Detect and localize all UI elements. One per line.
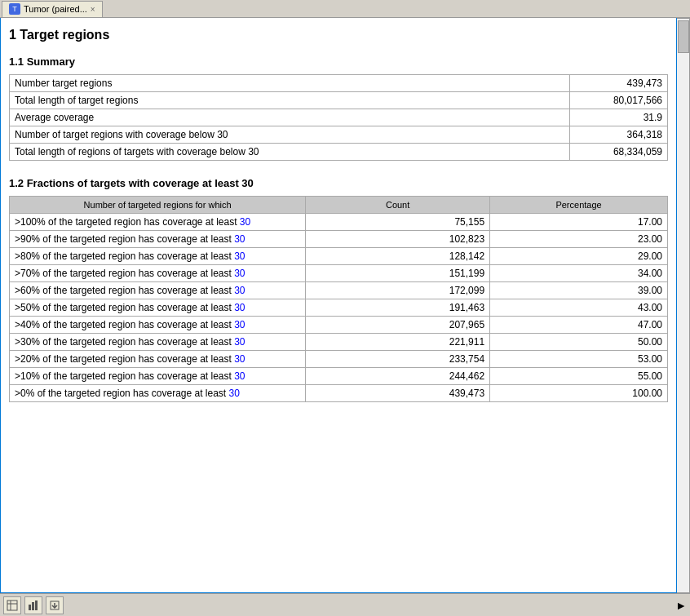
- coverage-link[interactable]: 30: [234, 370, 245, 382]
- tab-icon: T: [9, 3, 20, 15]
- fractions-row: >20% of the targeted region has coverage…: [10, 351, 668, 368]
- bottom-bar: ►: [0, 593, 690, 616]
- coverage-link[interactable]: 30: [234, 250, 245, 262]
- summary-row-value: 439,473: [570, 75, 668, 92]
- fractions-header-1: Count: [306, 197, 490, 214]
- fractions-header-2: Percentage: [490, 197, 668, 214]
- fractions-row-pct: 23.00: [490, 231, 668, 248]
- fractions-row-label: >90% of the targeted region has coverage…: [10, 231, 306, 248]
- coverage-link[interactable]: 30: [234, 268, 245, 279]
- fractions-row-label: >60% of the targeted region has coverage…: [10, 282, 306, 299]
- coverage-link[interactable]: 30: [229, 388, 240, 399]
- coverage-link[interactable]: 30: [240, 216, 250, 228]
- fractions-row: >60% of the targeted region has coverage…: [10, 282, 668, 299]
- fractions-header-0: Number of targeted regions for which: [10, 197, 306, 214]
- chart-icon: [28, 600, 39, 611]
- fractions-row: >70% of the targeted region has coverage…: [10, 265, 668, 282]
- fractions-row: >40% of the targeted region has coverage…: [10, 317, 668, 334]
- tab-tumor[interactable]: T Tumor (paired... ×: [2, 1, 103, 17]
- fractions-row-count: 191,463: [306, 299, 490, 317]
- summary-row-label: Total length of target regions: [10, 92, 570, 109]
- fractions-row-pct: 34.00: [490, 265, 668, 282]
- content-area[interactable]: 1 Target regions 1.1 Summary Number targ…: [0, 18, 677, 593]
- summary-row-label: Total length of regions of targets with …: [10, 144, 570, 161]
- export-button[interactable]: [46, 596, 64, 614]
- summary-row-value: 80,017,566: [570, 92, 668, 109]
- chart-button[interactable]: [24, 596, 42, 614]
- fractions-row-label: >80% of the targeted region has coverage…: [10, 248, 306, 265]
- table-icon: [7, 600, 18, 611]
- fractions-table: Number of targeted regions for which Cou…: [9, 196, 668, 402]
- fractions-row: >80% of the targeted region has coverage…: [10, 248, 668, 265]
- fractions-row-count: 207,965: [306, 317, 490, 334]
- fractions-row-count: 233,754: [306, 351, 490, 368]
- fractions-row-pct: 29.00: [490, 248, 668, 265]
- fractions-row: >50% of the targeted region has coverage…: [10, 299, 668, 317]
- fractions-row-count: 439,473: [306, 385, 490, 402]
- summary-row: Total length of target regions80,017,566: [10, 92, 668, 109]
- fractions-row-pct: 47.00: [490, 317, 668, 334]
- fractions-row-label: >0% of the targeted region has coverage …: [10, 385, 306, 402]
- summary-row: Number of target regions with coverage b…: [10, 126, 668, 144]
- subsection2-title: 1.2 Fractions of targets with coverage a…: [9, 177, 668, 189]
- cursor-indicator: ►: [675, 599, 687, 612]
- fractions-row-label: >30% of the targeted region has coverage…: [10, 334, 306, 351]
- summary-row-value: 31.9: [570, 109, 668, 126]
- scrollbar[interactable]: [677, 18, 690, 593]
- fractions-row-pct: 55.00: [490, 368, 668, 385]
- main-content: 1 Target regions 1.1 Summary Number targ…: [0, 18, 690, 593]
- fractions-row-pct: 53.00: [490, 351, 668, 368]
- fractions-row-label: >40% of the targeted region has coverage…: [10, 317, 306, 334]
- summary-row-label: Average coverage: [10, 109, 570, 126]
- svg-rect-4: [32, 602, 34, 610]
- fractions-row-label: >100% of the targeted region has coverag…: [10, 214, 306, 231]
- export-icon: [49, 600, 60, 611]
- fractions-row-count: 172,099: [306, 282, 490, 299]
- fractions-row: >10% of the targeted region has coverage…: [10, 368, 668, 385]
- fractions-row-count: 128,142: [306, 248, 490, 265]
- tab-close-button[interactable]: ×: [91, 5, 95, 14]
- fractions-row-count: 244,462: [306, 368, 490, 385]
- coverage-link[interactable]: 30: [234, 285, 245, 296]
- summary-row: Number target regions439,473: [10, 75, 668, 92]
- tab-label: Tumor (paired...: [24, 4, 87, 14]
- svg-rect-0: [7, 600, 17, 610]
- fractions-row-label: >20% of the targeted region has coverage…: [10, 351, 306, 368]
- coverage-link[interactable]: 30: [234, 336, 245, 348]
- fractions-row-count: 102,823: [306, 231, 490, 248]
- fractions-row-count: 221,911: [306, 334, 490, 351]
- summary-row: Total length of regions of targets with …: [10, 144, 668, 161]
- coverage-link[interactable]: 30: [234, 302, 245, 313]
- svg-rect-5: [35, 600, 38, 610]
- summary-row-label: Number of target regions with coverage b…: [10, 126, 570, 144]
- tab-bar: T Tumor (paired... ×: [0, 0, 690, 18]
- scrollbar-thumb[interactable]: [678, 20, 689, 53]
- fractions-row-count: 151,199: [306, 265, 490, 282]
- summary-row-label: Number target regions: [10, 75, 570, 92]
- fractions-row: >90% of the targeted region has coverage…: [10, 231, 668, 248]
- svg-rect-3: [29, 605, 31, 610]
- fractions-row-label: >50% of the targeted region has coverage…: [10, 299, 306, 317]
- fractions-row-pct: 100.00: [490, 385, 668, 402]
- coverage-link[interactable]: 30: [234, 353, 245, 365]
- summary-row-value: 68,334,059: [570, 144, 668, 161]
- fractions-row: >0% of the targeted region has coverage …: [10, 385, 668, 402]
- table-button[interactable]: [3, 596, 21, 614]
- fractions-row-count: 75,155: [306, 214, 490, 231]
- summary-row: Average coverage31.9: [10, 109, 668, 126]
- fractions-row-pct: 39.00: [490, 282, 668, 299]
- fractions-row: >100% of the targeted region has coverag…: [10, 214, 668, 231]
- fractions-row-pct: 17.00: [490, 214, 668, 231]
- fractions-row-pct: 50.00: [490, 334, 668, 351]
- subsection1-title: 1.1 Summary: [9, 55, 668, 68]
- coverage-link[interactable]: 30: [234, 233, 245, 245]
- fractions-row-label: >70% of the targeted region has coverage…: [10, 265, 306, 282]
- fractions-row: >30% of the targeted region has coverage…: [10, 334, 668, 351]
- coverage-link[interactable]: 30: [234, 319, 245, 330]
- section1-title: 1 Target regions: [9, 28, 668, 42]
- fractions-row-pct: 43.00: [490, 299, 668, 317]
- summary-table: Number target regions439,473Total length…: [9, 74, 668, 161]
- fractions-row-label: >10% of the targeted region has coverage…: [10, 368, 306, 385]
- summary-row-value: 364,318: [570, 126, 668, 144]
